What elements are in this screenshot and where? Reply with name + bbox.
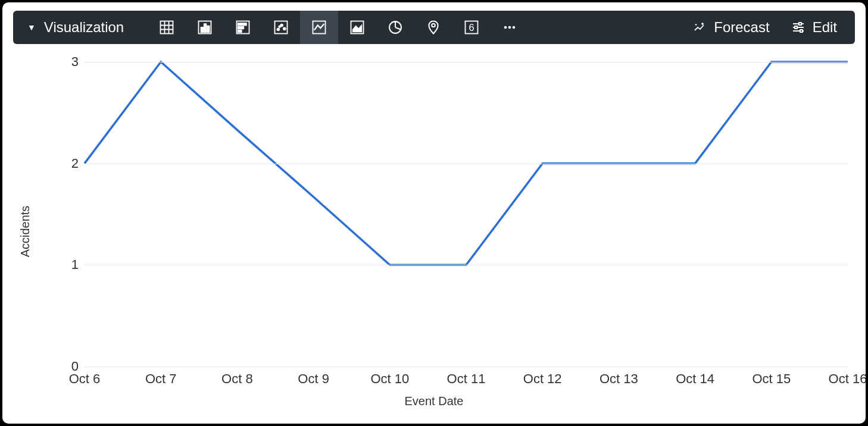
bar-icon[interactable] <box>224 11 262 44</box>
chart-area: Accidents Event Date 0123Oct 6Oct 7Oct 8… <box>13 50 855 413</box>
x-tick-label: Oct 7 <box>145 371 177 387</box>
svg-marker-20 <box>352 24 362 32</box>
more-icon[interactable] <box>491 11 529 44</box>
svg-point-17 <box>279 26 280 27</box>
svg-point-24 <box>432 24 435 27</box>
svg-point-27 <box>504 26 507 29</box>
svg-rect-35 <box>800 30 803 32</box>
x-tick-label: Oct 11 <box>447 371 486 387</box>
line-icon[interactable] <box>300 11 338 44</box>
svg-rect-10 <box>238 23 246 26</box>
x-tick-label: Oct 10 <box>370 371 409 387</box>
visualization-title-group[interactable]: ▼ Visualization <box>13 19 148 36</box>
x-tick-label: Oct 13 <box>600 371 638 387</box>
svg-rect-31 <box>799 23 801 25</box>
gridline <box>85 367 848 367</box>
x-tick-label: Oct 16 <box>829 371 866 387</box>
visualization-toolbar: ▼ Visualization <box>13 11 855 44</box>
column-icon[interactable] <box>186 11 224 44</box>
visualization-title: Visualization <box>44 19 124 36</box>
x-tick-label: Oct 15 <box>752 371 791 387</box>
gridline <box>85 265 848 265</box>
gridline <box>85 62 848 62</box>
x-tick-label: Oct 12 <box>523 371 562 387</box>
forecast-label: Forecast <box>714 19 769 36</box>
pie-icon[interactable] <box>376 11 414 44</box>
single-value-icon[interactable]: 6 <box>452 11 491 44</box>
sliders-icon <box>791 20 805 35</box>
x-tick-label: Oct 14 <box>676 371 714 387</box>
svg-point-14 <box>277 29 280 31</box>
svg-point-28 <box>508 26 511 29</box>
y-tick-label: 2 <box>61 156 79 171</box>
x-tick-label: Oct 8 <box>221 371 253 387</box>
svg-point-29 <box>513 26 516 29</box>
scatter-icon[interactable] <box>262 11 300 44</box>
svg-point-15 <box>280 24 283 27</box>
svg-line-23 <box>395 27 401 30</box>
edit-label: Edit <box>813 19 837 36</box>
line-chart[interactable] <box>13 50 855 413</box>
svg-text:6: 6 <box>469 22 474 33</box>
x-tick-label: Oct 9 <box>298 371 329 387</box>
edit-button[interactable]: Edit <box>791 19 837 36</box>
map-icon[interactable] <box>414 11 452 44</box>
sparkle-icon <box>692 20 707 35</box>
svg-rect-12 <box>238 30 242 33</box>
svg-rect-7 <box>204 24 207 32</box>
y-tick-label: 3 <box>61 54 79 70</box>
x-tick-label: Oct 6 <box>69 371 101 387</box>
table-icon[interactable] <box>148 11 186 44</box>
y-tick-label: 1 <box>61 257 79 272</box>
svg-rect-11 <box>238 27 243 29</box>
area-icon[interactable] <box>338 11 376 44</box>
caret-down-icon: ▼ <box>27 23 36 32</box>
forecast-button[interactable]: Forecast <box>692 19 769 36</box>
gridline <box>85 164 848 164</box>
chart-type-switcher: 6 <box>148 11 529 44</box>
svg-rect-33 <box>795 26 797 29</box>
svg-rect-8 <box>207 26 210 32</box>
svg-rect-6 <box>201 27 204 32</box>
svg-point-16 <box>283 27 286 30</box>
visualization-panel: ▼ Visualization <box>2 2 866 424</box>
svg-rect-0 <box>161 21 173 34</box>
